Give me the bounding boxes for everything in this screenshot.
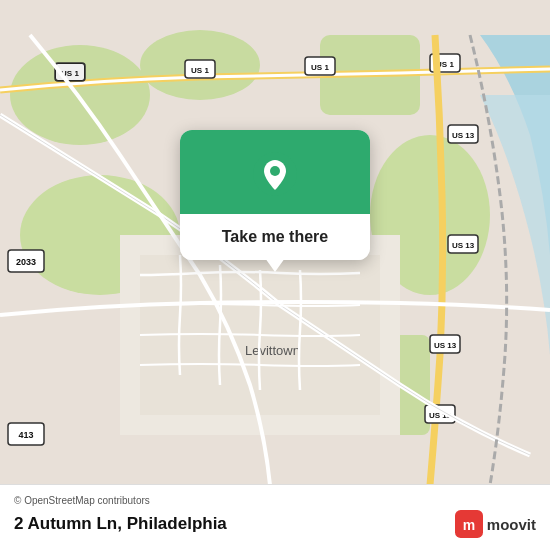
location-pin-icon [253,152,297,196]
moovit-icon: m [455,510,483,538]
location-label: 2 Autumn Ln, Philadelphia [14,514,227,534]
svg-text:US 1: US 1 [191,66,209,75]
popup-tail [265,258,285,272]
svg-text:US 1: US 1 [311,63,329,72]
svg-text:2033: 2033 [16,257,36,267]
svg-text:413: 413 [18,430,33,440]
popup-header [180,130,370,214]
map-background: US 1 US 1 US 1 US 1 US 13 US 13 US 13 US… [0,0,550,550]
map-container: US 1 US 1 US 1 US 1 US 13 US 13 US 13 US… [0,0,550,550]
svg-text:US 13: US 13 [452,241,475,250]
moovit-logo: m moovit [455,510,536,538]
take-me-there-button[interactable]: Take me there [180,214,370,260]
moovit-text: moovit [487,516,536,533]
svg-text:Levittown: Levittown [245,343,300,358]
svg-point-32 [270,166,280,176]
svg-text:US 13: US 13 [434,341,457,350]
svg-point-1 [10,45,150,145]
popup-card: Take me there [180,130,370,260]
location-row: 2 Autumn Ln, Philadelphia m moovit [14,510,536,538]
map-attribution: © OpenStreetMap contributors [14,495,536,506]
bottom-bar: © OpenStreetMap contributors 2 Autumn Ln… [0,484,550,550]
svg-text:US 13: US 13 [452,131,475,140]
svg-text:m: m [463,517,475,533]
